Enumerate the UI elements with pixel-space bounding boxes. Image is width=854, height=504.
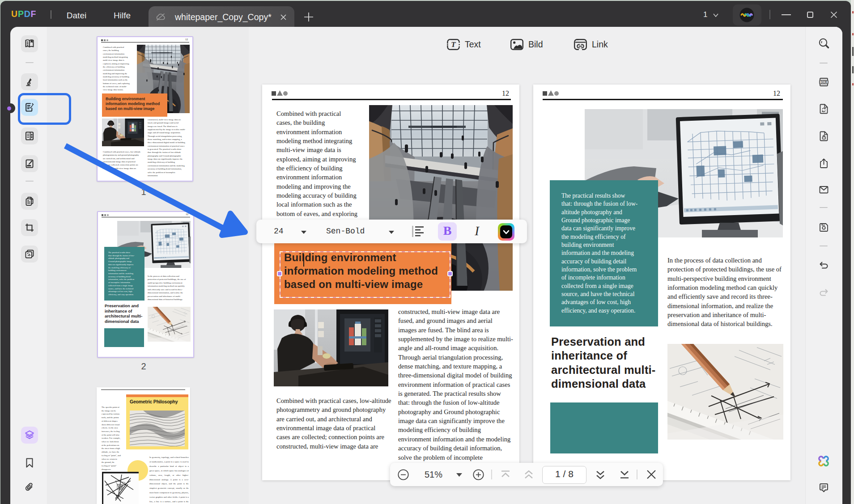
svg-text:T: T bbox=[451, 40, 456, 49]
svg-text:OCR: OCR bbox=[820, 80, 827, 84]
